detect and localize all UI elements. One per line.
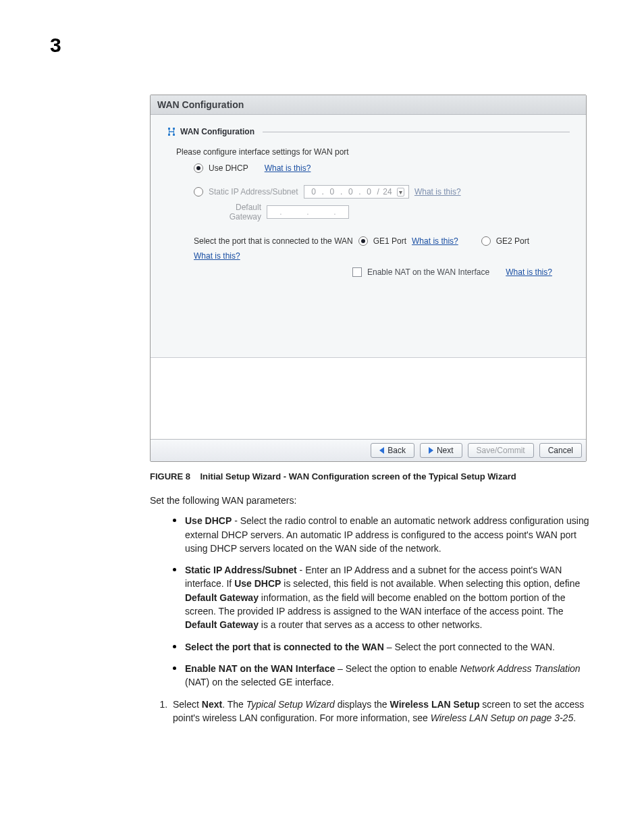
figure-caption-text: Initial Setup Wizard - WAN Configuration… [200,471,516,481]
what-is-this-link[interactable]: What is this? [412,236,458,246]
port-select-label: Select the port that is connected to the… [194,236,353,246]
ge1-radio[interactable] [358,236,368,246]
port-select-row: Select the port that is connected to the… [194,236,570,261]
window-title: WAN Configuration [151,95,586,115]
screenshot-frame: WAN Configuration WAN Configuration Plea… [150,95,587,462]
figure-label: FIGURE 8 [150,471,190,481]
ge2-label: GE2 Port [496,236,529,246]
static-ip-row: Static IP Address/Subnet 0. 0. 0. 0 / 24… [194,185,570,199]
next-button[interactable]: Next [420,443,462,458]
nat-label: Enable NAT on the WAN Interface [367,267,489,277]
cancel-button[interactable]: Cancel [539,443,582,458]
bullet-nat: Enable NAT on the WAN Interface – Select… [170,662,595,689]
blank-area [151,358,586,439]
use-dhcp-radio[interactable] [194,163,203,173]
static-ip-label: Static IP Address/Subnet [209,187,298,197]
use-dhcp-label: Use DHCP [209,163,248,173]
bullet-static-ip: Static IP Address/Subnet - Enter an IP A… [170,563,595,631]
prefix-dropdown-icon[interactable]: ▾ [397,188,404,197]
footer-bar: Back Next Save/Commit Cancel [151,439,586,461]
ip-address-input[interactable]: 0. 0. 0. 0 / 24 ▾ [304,185,409,199]
legend-rule [263,132,570,132]
network-icon [167,127,176,136]
default-gateway-label: Default Gateway [227,203,261,221]
next-icon [429,447,433,454]
chapter-number: 3 [50,35,61,55]
ge2-radio[interactable] [481,236,491,246]
back-button[interactable]: Back [371,443,414,458]
back-icon [379,447,384,454]
ge1-label: GE1 Port [373,236,406,246]
wan-config-panel: WAN Configuration Please configure inter… [151,115,586,358]
step-list: Select Next. The Typical Setup Wizard di… [154,698,595,725]
bullet-port: Select the port that is connected to the… [170,640,595,654]
step-1: Select Next. The Typical Setup Wizard di… [170,698,595,725]
svg-rect-0 [168,128,170,130]
bullet-use-dhcp: Use DHCP - Select the radio control to e… [170,514,595,555]
bullet-list: Use DHCP - Select the radio control to e… [170,514,595,689]
static-ip-radio[interactable] [194,187,203,197]
what-is-this-link[interactable]: What is this? [194,251,240,261]
default-gateway-input[interactable]: ... [267,205,349,219]
svg-rect-1 [173,128,175,130]
intro-line: Set the following WAN parameters: [150,494,595,507]
section-legend-text: WAN Configuration [180,127,254,136]
svg-rect-3 [173,134,175,136]
instruction-text: Please configure interface settings for … [176,147,570,157]
nat-row: Enable NAT on the WAN Interface What is … [352,267,570,277]
what-is-this-link[interactable]: What is this? [265,163,311,173]
what-is-this-link[interactable]: What is this? [414,187,461,197]
nat-checkbox[interactable] [352,267,362,277]
save-commit-button[interactable]: Save/Commit [468,443,534,458]
use-dhcp-row: Use DHCP What is this? [194,163,570,173]
default-gateway-row: Default Gateway ... [227,203,570,221]
section-legend: WAN Configuration [167,127,570,136]
body-text: Set the following WAN parameters: Use DH… [150,494,595,725]
figure-caption: FIGURE 8 Initial Setup Wizard - WAN Conf… [150,471,597,481]
svg-rect-2 [168,134,170,136]
what-is-this-link[interactable]: What is this? [506,267,552,277]
